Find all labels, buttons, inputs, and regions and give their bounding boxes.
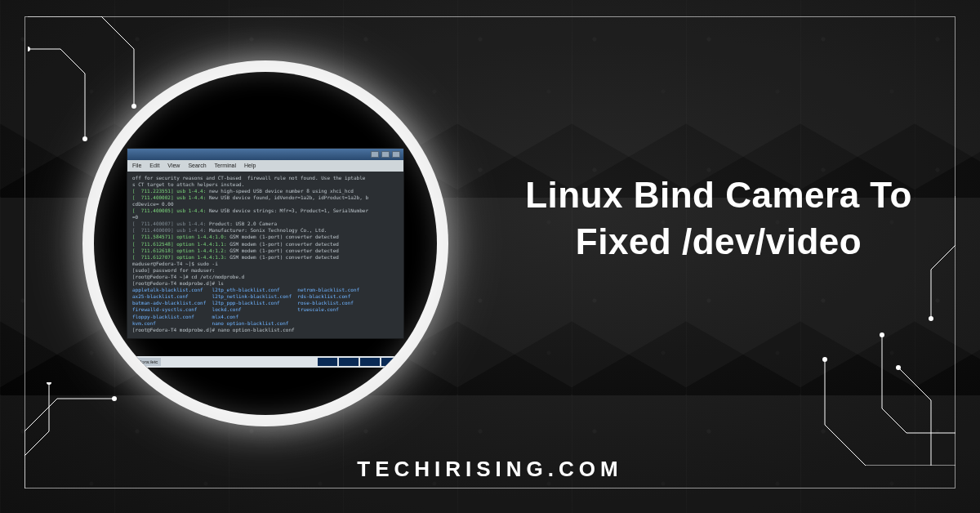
window-close-button — [392, 151, 400, 158]
terminal-line: [ 711.400002] usb 1-4.4: New USB device … — [132, 194, 399, 201]
site-brand: TECHIRISING.COM — [0, 457, 980, 482]
terminal-line: floppy-blacklist.conf mlx4.conf — [132, 314, 399, 320]
terminal-line: [ 711.400005] usb 1-4.4: New USB device … — [132, 207, 399, 214]
svg-point-3 — [112, 396, 117, 401]
svg-point-4 — [47, 382, 51, 385]
menu-search: Search — [188, 162, 206, 169]
terminal-line: batman-adv-blacklist.conf l2tp_ppp-black… — [132, 300, 399, 306]
svg-point-7 — [896, 365, 901, 370]
svg-point-5 — [822, 357, 827, 362]
terminal-line: [root@Fedora-T4 ~]# cd /etc/modprobe.d — [132, 274, 399, 280]
terminal-line: [ 711.612548] option 1-4.4:1.1: GSM mode… — [132, 241, 399, 248]
terminal-line: [sudo] password for maduser: — [132, 267, 399, 274]
window-min-button — [371, 151, 379, 158]
terminal-line: [ 711.612707] option 1-4.4:1.3: GSM mode… — [132, 254, 399, 261]
terminal-line: [ 711.223551] usb 1-4.4: new high-speed … — [132, 188, 399, 194]
svg-point-1 — [82, 136, 87, 141]
terminal-line: [root@Fedora-T4 modprobe.d]# ls — [132, 280, 399, 287]
terminal-line: cdDevice= 0.00 — [132, 201, 399, 207]
terminal-line: kvm.conf nano option-blacklist.conf — [132, 320, 399, 327]
terminal-line: [root@Fedora-T4 modprobe.d]# nano option… — [132, 327, 399, 333]
terminal-line: [ 711.584571] option 1-4.4:1.0: GSM mode… — [132, 234, 399, 240]
terminal-line: firewalld-sysctls.conf lockd.conf truesc… — [132, 306, 399, 313]
terminal-line: [ 711.400007] usb 1-4.4: Product: USB 2.… — [132, 221, 399, 227]
svg-point-6 — [880, 332, 884, 337]
menu-file: File — [132, 162, 141, 169]
svg-point-0 — [131, 104, 136, 109]
terminal-line: =0 — [132, 214, 399, 221]
svg-point-2 — [28, 47, 30, 51]
desktop-taskbar: Fedora:/etc — [127, 356, 404, 368]
terminal-line: appletalk-blacklist.conf l2tp_eth-blackl… — [132, 287, 399, 293]
terminal-body: off for security reasons and CT-based fi… — [127, 172, 403, 338]
terminal-titlebar — [127, 149, 403, 160]
terminal-line: [ 711.400009] usb 1-4.4: Manufacturer: S… — [132, 227, 399, 234]
terminal-line: [ 711.612618] option 1-4.4:1.2: GSM mode… — [132, 248, 399, 254]
article-title: Linux Bind Camera To Fixed /dev/video — [506, 172, 931, 265]
terminal-window: File Edit View Search Terminal Help off … — [127, 148, 404, 339]
terminal-line: s CT target to attach helpers instead. — [132, 181, 399, 188]
menu-view: View — [167, 162, 180, 169]
menu-edit: Edit — [149, 162, 159, 169]
feature-ring: File Edit View Search Terminal Help off … — [94, 72, 437, 415]
terminal-line: off for security reasons and CT-based fi… — [132, 175, 399, 181]
svg-point-8 — [929, 316, 933, 321]
circuit-deco-bottom-right — [768, 310, 956, 466]
terminal-menubar: File Edit View Search Terminal Help — [127, 160, 403, 171]
terminal-line: maduser@Fedora-T4 ~]$ sudo -i — [132, 261, 399, 267]
menu-help: Help — [244, 162, 256, 169]
terminal-line: ax25-blacklist.conf l2tp_netlink-blackli… — [132, 293, 399, 300]
window-max-button — [381, 151, 390, 158]
menu-terminal: Terminal — [215, 162, 236, 169]
